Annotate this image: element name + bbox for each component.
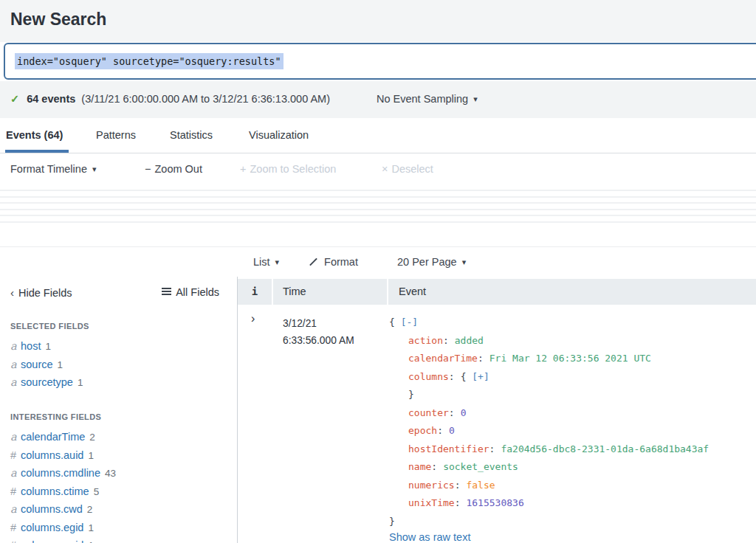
- search-query-text[interactable]: index="osquery" sourcetype="osquery:resu…: [15, 55, 284, 67]
- json-line-inner-close: }: [389, 386, 709, 404]
- field-type-icon: a: [10, 464, 21, 483]
- event-timeline-chart[interactable]: [0, 184, 756, 230]
- json-colon: :: [455, 480, 461, 491]
- field-row-columns-ctime[interactable]: #columns.ctime5: [10, 483, 237, 501]
- close-brace: }: [389, 516, 395, 527]
- field-type-icon: #: [10, 446, 21, 465]
- interesting-fields-header: INTERESTING FIELDS: [10, 412, 101, 421]
- event-detail-cell: { [-] action:added calendarTime:Fri Mar …: [389, 314, 709, 543]
- field-row-source[interactable]: asource1: [10, 356, 237, 374]
- json-key: epoch: [408, 425, 437, 436]
- field-name[interactable]: columns.egid: [21, 522, 83, 533]
- field-type-icon: #: [10, 519, 21, 537]
- json-line-numerics: numerics:false: [389, 477, 709, 495]
- format-results-label: Format: [324, 256, 358, 268]
- field-row-host[interactable]: ahost1: [10, 337, 237, 356]
- json-line-unixTime: unixTime:1615530836: [389, 494, 709, 513]
- events-table: i Time Event › 3/12/21 6:33:56.000 AM { …: [238, 277, 756, 543]
- field-type-icon: a: [10, 373, 21, 392]
- format-results-button[interactable]: Format: [309, 256, 358, 268]
- tab-statistics[interactable]: Statistics: [170, 118, 213, 153]
- expand-json-toggle[interactable]: [+]: [472, 371, 489, 382]
- format-timeline-dropdown[interactable]: Format Timeline ▾: [10, 163, 97, 175]
- deselect-button: ×Deselect: [382, 163, 433, 175]
- selected-query-text[interactable]: index="osquery" sourcetype="osquery:resu…: [15, 53, 284, 69]
- x-icon: ×: [382, 163, 388, 175]
- field-row-calendarTime[interactable]: acalendarTime2: [10, 428, 237, 446]
- event-sampling-dropdown[interactable]: No Event Sampling ▾: [377, 93, 478, 105]
- json-colon: :: [455, 497, 461, 508]
- json-line-close: }: [389, 513, 709, 531]
- all-fields-label: All Fields: [176, 286, 219, 298]
- field-row-columns-euid[interactable]: #columns.euid1: [10, 536, 237, 543]
- field-name[interactable]: sourcetype: [21, 376, 73, 388]
- field-name[interactable]: host: [21, 340, 41, 352]
- deselect-label: Deselect: [391, 163, 433, 175]
- timeline-gridline: [0, 209, 756, 210]
- json-key: hostIdentifier: [408, 443, 489, 454]
- field-name[interactable]: columns.ctime: [21, 485, 89, 497]
- tab-events[interactable]: Events (64): [6, 118, 63, 153]
- json-key: columns: [408, 371, 449, 382]
- field-name[interactable]: columns.auid: [21, 449, 83, 461]
- field-row-columns-auid[interactable]: #columns.auid1: [10, 446, 237, 465]
- list-view-dropdown[interactable]: List ▾: [253, 256, 279, 268]
- event-date: 3/12/21: [283, 315, 354, 332]
- tab-visualization[interactable]: Visualization: [249, 118, 309, 153]
- collapse-json-toggle[interactable]: [-]: [401, 317, 418, 328]
- timeline-gridline: [0, 196, 756, 198]
- json-value: fa204d56-dbc8-2331-01da-6a68d1ba43af: [501, 443, 709, 454]
- all-fields-button[interactable]: All Fields: [162, 286, 219, 298]
- field-count: 5: [94, 486, 100, 497]
- search-input[interactable]: index="osquery" sourcetype="osquery:resu…: [4, 43, 756, 80]
- json-colon: :: [489, 443, 495, 454]
- per-page-dropdown[interactable]: 20 Per Page ▾: [397, 256, 466, 268]
- tab-patterns[interactable]: Patterns: [96, 118, 136, 153]
- json-line-open: { [-]: [389, 314, 709, 332]
- json-value: socket_events: [443, 461, 518, 472]
- column-header-info: i: [238, 279, 272, 305]
- field-name[interactable]: columns.cwd: [21, 503, 83, 515]
- per-page-label: 20 Per Page: [397, 256, 457, 268]
- caret-down-icon: ▾: [473, 94, 478, 103]
- hide-fields-label: Hide Fields: [18, 287, 72, 299]
- field-row-columns-cwd[interactable]: acolumns.cwd2: [10, 500, 237, 519]
- caret-down-icon: ▾: [462, 257, 467, 266]
- timeline-gridline: [0, 215, 756, 216]
- field-count: 43: [105, 468, 116, 479]
- json-key: name: [408, 461, 431, 472]
- caret-down-icon: ▾: [92, 165, 97, 173]
- field-name[interactable]: source: [21, 359, 53, 370]
- fields-sidebar: ‹Hide Fields All Fields SELECTED FIELDS …: [0, 277, 238, 543]
- field-row-sourcetype[interactable]: asourcetype1: [10, 373, 237, 392]
- selected-fields-header: SELECTED FIELDS: [10, 322, 89, 331]
- json-value: 0: [449, 425, 455, 436]
- close-brace: }: [408, 389, 414, 400]
- field-row-columns-cmdline[interactable]: acolumns.cmdline43: [10, 464, 237, 483]
- show-raw-text-link[interactable]: Show as raw text: [389, 531, 709, 543]
- field-type-icon: #: [10, 536, 21, 543]
- page-header: New Search: [0, 0, 756, 42]
- json-line-columns: columns:{ [+]: [389, 368, 709, 387]
- list-menu-icon: [162, 286, 171, 297]
- fields-panel-controls: ‹Hide Fields All Fields: [10, 286, 225, 301]
- interesting-fields-list: acalendarTime2 #columns.auid1 acolumns.c…: [10, 428, 237, 543]
- field-name[interactable]: calendarTime: [21, 431, 85, 443]
- json-colon: :: [443, 335, 449, 346]
- field-count: 1: [88, 540, 94, 543]
- json-line-counter: counter:0: [389, 404, 709, 423]
- json-colon: :: [449, 371, 455, 382]
- field-row-columns-egid[interactable]: #columns.egid1: [10, 519, 237, 537]
- results-main: ‹Hide Fields All Fields SELECTED FIELDS …: [0, 277, 756, 543]
- field-name[interactable]: columns.euid: [21, 539, 83, 543]
- json-value: false: [466, 480, 495, 491]
- field-name[interactable]: columns.cmdline: [21, 467, 100, 479]
- expand-event-chevron-icon[interactable]: ›: [251, 312, 255, 325]
- pencil-icon: [309, 258, 317, 266]
- check-icon: ✓: [10, 93, 19, 105]
- timeline-gridline: [0, 202, 756, 204]
- event-count-status: ✓ 64 events (3/11/21 6:00:00.000 AM to 3…: [10, 93, 330, 105]
- hide-fields-button[interactable]: ‹Hide Fields: [10, 286, 72, 299]
- column-header-event: Event: [388, 279, 756, 305]
- zoom-out-button[interactable]: −Zoom Out: [145, 163, 202, 175]
